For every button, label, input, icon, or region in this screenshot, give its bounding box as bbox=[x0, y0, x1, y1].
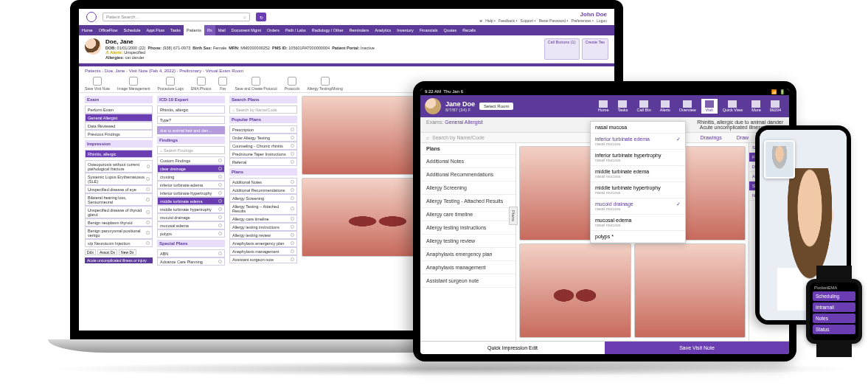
plan-item[interactable]: Additional Recommendations bbox=[229, 186, 297, 194]
toolbar-item[interactable]: Protocols bbox=[285, 77, 300, 91]
nav-tab[interactable]: Mail bbox=[215, 25, 229, 35]
impression-item[interactable]: Benign paroxysmal positional vertigo bbox=[85, 226, 153, 239]
nav-tab[interactable]: Document Mgmt bbox=[229, 25, 264, 35]
special-plan-item[interactable]: ABN bbox=[157, 249, 225, 257]
plans-search[interactable]: ⌕ Search by Name/Code bbox=[229, 105, 297, 114]
impression-item[interactable]: Unspecified disease of eye bbox=[85, 185, 153, 193]
plan-item[interactable]: Allergy Testing - Attached Results bbox=[420, 195, 515, 208]
refresh-button[interactable]: ↻ bbox=[256, 13, 266, 21]
impression-item[interactable]: Osteoporosis without current pathologica… bbox=[85, 160, 153, 173]
finding-item[interactable]: crusting bbox=[157, 173, 225, 181]
toolbar-item[interactable]: Procedure Logs bbox=[158, 77, 184, 91]
watch-menu-item[interactable]: Intramail bbox=[813, 302, 855, 312]
plan-item[interactable]: Allergy testing instructions bbox=[420, 221, 515, 235]
plan-item[interactable]: Anaphylaxis management bbox=[229, 247, 297, 255]
popular-plan-item[interactable]: Order Allergy Testing bbox=[229, 134, 297, 142]
special-plan-item[interactable]: Advance Care Planning bbox=[157, 257, 225, 266]
header-icon[interactable]: 99204 bbox=[766, 99, 785, 114]
plan-item[interactable]: Anaphylaxis management bbox=[420, 261, 515, 274]
findings-search[interactable]: ⌕ Search Findings bbox=[157, 146, 225, 154]
plan-item[interactable]: Anaphylaxis emergency plan bbox=[420, 248, 515, 261]
plan-item[interactable]: Allergy testing review bbox=[229, 231, 297, 239]
impression-item[interactable]: Unspecified disease of thyroid gland bbox=[85, 206, 153, 218]
dropdown-option[interactable]: mucosal edemanasal mucosa bbox=[591, 215, 685, 231]
exam-item[interactable]: Data Reviewed bbox=[85, 122, 153, 130]
impression-selected[interactable]: Rhinitis, allergic bbox=[85, 150, 153, 158]
exam-item[interactable]: Previous Findings bbox=[85, 130, 153, 138]
dropdown-option[interactable]: polyps * bbox=[591, 231, 685, 243]
impression-tag[interactable]: Acute uncomplicated illness or injury bbox=[85, 257, 153, 263]
impression-item[interactable]: Bilateral hearing loss, Sensorineural bbox=[85, 193, 153, 206]
plan-item[interactable]: Allergy care timeline bbox=[229, 215, 297, 223]
plan-item[interactable]: Assistant surgeon note bbox=[420, 274, 515, 288]
watch-menu-item[interactable]: Scheduling bbox=[813, 291, 855, 301]
patient-avatar[interactable] bbox=[425, 98, 441, 114]
nav-tab[interactable]: Home bbox=[79, 25, 96, 35]
header-icon[interactable]: Call Btn bbox=[633, 99, 655, 114]
toolbar-item[interactable]: Save Visit Note bbox=[85, 77, 110, 91]
popular-plan-item[interactable]: Counseling - Chronic rhinitis bbox=[229, 142, 297, 150]
finding-item[interactable]: middle turbinate hypertrophy bbox=[157, 205, 225, 213]
popular-plan-item[interactable]: Referral bbox=[229, 158, 297, 166]
save-visit-note-button[interactable]: Save Visit Note bbox=[605, 342, 789, 354]
header-icon[interactable]: More bbox=[748, 99, 765, 114]
plan-item[interactable]: Allergy care timeline bbox=[420, 208, 515, 221]
toolbar-item[interactable]: Allergy Testing/Mixing bbox=[308, 77, 343, 91]
nav-tab[interactable]: Quotes bbox=[441, 25, 460, 35]
nav-tab[interactable]: Path / Labs bbox=[282, 25, 309, 35]
plan-item[interactable]: Assistant surgeon note bbox=[229, 255, 297, 263]
view-tab[interactable]: Drawings bbox=[693, 133, 729, 142]
nav-tab[interactable]: Recalls bbox=[459, 25, 479, 35]
exam-item[interactable]: Perform Exam bbox=[85, 105, 153, 114]
popular-plan-item[interactable]: Prednisone Taper Instructions bbox=[229, 150, 297, 158]
header-icon[interactable]: Alerts bbox=[656, 99, 674, 114]
dropdown-option[interactable]: inferior turbinate hypertrophynasal muco… bbox=[591, 150, 685, 166]
header-icon[interactable]: Overview bbox=[676, 99, 700, 114]
finding-item[interactable]: mucosal edema bbox=[157, 221, 225, 229]
select-room-button[interactable]: Select Room bbox=[479, 103, 513, 110]
toolbar-item[interactable]: EMA Photos bbox=[191, 77, 212, 91]
quick-impression-button[interactable]: Quick Impression Edit bbox=[420, 342, 605, 354]
nav-tab[interactable]: Patients bbox=[184, 25, 204, 35]
plan-item[interactable]: Additional Recommendations bbox=[420, 168, 515, 181]
nav-tab[interactable]: Financials bbox=[417, 25, 441, 35]
video-call-pip[interactable] bbox=[764, 140, 795, 179]
anatomy-image[interactable] bbox=[634, 243, 746, 338]
create-task-button[interactable]: Create Tas bbox=[582, 38, 609, 60]
finding-item[interactable]: polyps bbox=[157, 229, 225, 238]
view-tab[interactable]: Draw bbox=[729, 133, 756, 142]
plan-item[interactable]: Allergy testing instructions bbox=[229, 223, 297, 231]
finding-item[interactable]: inferior turbinate edema bbox=[157, 181, 225, 189]
finding-item[interactable]: mucoid drainage bbox=[157, 213, 225, 221]
dropdown-option[interactable]: inferior turbinate edema✓nasal mucosa bbox=[591, 143, 685, 150]
popular-plan-item[interactable]: Prescription bbox=[229, 125, 297, 134]
header-icon[interactable]: Tasks bbox=[614, 99, 631, 114]
nav-tab[interactable]: Reminders bbox=[347, 25, 372, 35]
nav-tab[interactable]: Orders bbox=[264, 25, 282, 35]
plan-item[interactable]: Additional Notes bbox=[229, 178, 297, 186]
dropdown-option[interactable]: mucoid drainage✓nasal mucosa bbox=[591, 198, 685, 215]
toolbar-item[interactable]: Fax bbox=[218, 77, 227, 91]
plan-item[interactable]: Allergy Testing – Attached Results bbox=[229, 202, 297, 215]
patient-name[interactable]: Doe, Jane bbox=[105, 38, 540, 46]
call-buttons[interactable]: Call Buttons (1) bbox=[544, 38, 580, 60]
toolbar-item[interactable]: Image Management bbox=[117, 77, 150, 91]
patient-avatar[interactable] bbox=[85, 38, 101, 55]
exam-item[interactable]: General Allergist bbox=[85, 114, 153, 122]
impression-item[interactable]: s/p Neurotoxin Injection bbox=[85, 239, 153, 247]
nav-tab[interactable]: Radiology / Other bbox=[309, 25, 347, 35]
finding-item[interactable]: middle turbinate edema bbox=[157, 197, 225, 205]
nav-tab[interactable]: Schedule bbox=[121, 25, 144, 35]
header-icon[interactable]: Home bbox=[594, 99, 613, 114]
impression-item[interactable]: Benign neoplasm thyroid bbox=[85, 218, 153, 226]
header-icon[interactable]: Quick View bbox=[719, 99, 746, 114]
watch-menu-item[interactable]: Notes bbox=[813, 314, 855, 323]
plan-item[interactable]: Allergy Screening bbox=[229, 194, 297, 202]
plan-item[interactable]: Additional Notes bbox=[420, 155, 515, 168]
anatomy-image[interactable] bbox=[519, 243, 631, 338]
current-user[interactable]: John Doe bbox=[479, 11, 607, 18]
header-icon[interactable]: Visit bbox=[701, 99, 718, 114]
toolbar-item[interactable]: Save and Create Protocol bbox=[235, 77, 277, 91]
nav-tab[interactable]: Rx bbox=[204, 25, 215, 35]
plan-item[interactable]: Allergy testing review bbox=[420, 235, 515, 248]
